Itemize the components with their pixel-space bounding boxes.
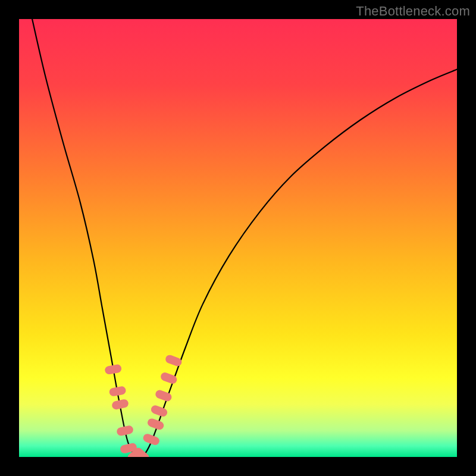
curve-marker <box>104 364 122 375</box>
marker-group <box>104 354 183 457</box>
chart-svg <box>19 19 457 457</box>
curve-marker <box>109 386 127 397</box>
curve-marker <box>142 433 161 446</box>
watermark-text: TheBottleneck.com <box>356 4 470 19</box>
curve-marker <box>111 399 129 411</box>
curve-marker <box>150 404 168 418</box>
bottleneck-curve <box>32 19 457 457</box>
curve-marker <box>116 425 134 437</box>
chart-frame: TheBottleneck.com <box>0 0 476 476</box>
plot-area <box>19 19 457 457</box>
curve-marker <box>164 354 183 368</box>
